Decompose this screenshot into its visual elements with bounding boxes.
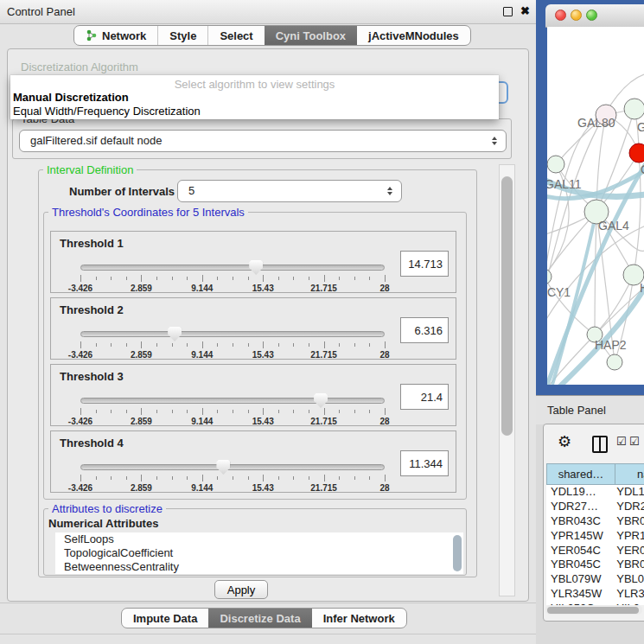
slider-track[interactable] [80,265,385,271]
checkbox-icon[interactable]: ☑ [629,435,640,448]
attribute-list-item[interactable]: TopologicalCoefficient [55,546,463,560]
tick-label: 28 [379,350,389,360]
tab-discretize-data[interactable]: Discretize Data [208,609,311,628]
cell-name[interactable]: YER0 [613,544,644,558]
table-row[interactable]: YDL19…YDL1 [546,485,644,500]
group-title-interval-definition: Interval Definition [43,163,137,176]
scrollbar-thumb[interactable] [501,176,513,436]
tab-label: Cyni Toolbox [276,29,346,42]
table-horizontal-scrollbar[interactable] [545,605,642,615]
network-node-label: GA [637,120,644,134]
tick-label: 9.144 [191,483,213,493]
slider-track[interactable] [80,331,385,337]
threshold-box: Threshold 3 -3.4262.8599.14415.4321.7152… [50,364,456,426]
tab-cyni-toolbox[interactable]: Cyni Toolbox [265,26,357,45]
cell-name[interactable]: YDL1 [613,485,644,500]
gear-icon[interactable]: ⚙ [558,432,571,451]
slider-thumb[interactable] [168,327,182,341]
table-panel-title: Table Panel [547,404,606,417]
cell-name[interactable]: YLR3 [613,587,644,602]
table-row[interactable]: YDR27…YDR2 [546,500,644,514]
slider-track[interactable] [80,464,385,470]
network-canvas[interactable]: GAL80GACGAL11GAL4GCY1HHAP2 [547,27,644,385]
table-data-combobox[interactable]: galFiltered.sif default node [19,130,507,152]
cell-shared-name[interactable]: YDL19… [546,485,613,500]
close-icon[interactable]: ✖ [520,4,530,17]
tab-select[interactable]: Select [207,26,264,45]
slider-thumb[interactable] [249,260,263,275]
network-node[interactable] [624,99,644,119]
network-node-label: C [641,163,644,176]
columns-icon[interactable] [592,436,608,453]
threshold-value-field[interactable]: 11.344 [400,450,449,476]
checkbox-icon[interactable]: ☑ [616,435,627,448]
tab-label: jActiveMNodules [368,29,459,42]
threshold-slider[interactable]: -3.4262.8599.14415.4321.71528 [80,260,385,291]
close-traffic-light-icon[interactable] [555,10,566,21]
numerical-attributes-list[interactable]: SelfLoopsTopologicalCoefficientBetweenne… [55,532,463,574]
cell-shared-name[interactable]: YBL079W [546,572,613,587]
slider-track[interactable] [80,398,385,404]
cyni-bottom-tabs: Impute Data Discretize Data Infer Networ… [121,608,407,628]
tick-label: 2.859 [131,350,152,360]
algorithm-popup-hint: Select algorithm to view settings [10,78,499,91]
num-intervals-combobox[interactable]: 5 [177,180,402,202]
threshold-value-field[interactable]: 14.713 [400,251,449,277]
network-edge[interactable] [595,212,596,335]
minimize-traffic-light-icon[interactable] [571,10,582,21]
algorithm-option-manual[interactable]: Manual Discretization [13,91,129,104]
threshold-slider[interactable]: -3.4262.8599.14415.4321.71528 [80,327,385,358]
tab-impute-data[interactable]: Impute Data [122,609,208,628]
panel-vertical-scrollbar[interactable] [499,164,515,596]
network-node[interactable] [607,354,622,370]
tab-style[interactable]: Style [157,26,207,45]
column-header-name[interactable]: na [615,463,644,485]
cell-name[interactable]: YBL0 [613,572,644,587]
cell-shared-name[interactable]: YER054C [546,544,613,558]
network-node[interactable] [547,269,552,284]
threshold-label: Threshold 4 [60,437,124,450]
tab-infer-network[interactable]: Infer Network [312,609,406,628]
column-header-shared-name[interactable]: shared… [546,463,615,485]
cell-name[interactable]: YBR0 [613,514,644,529]
combo-spinner-icon [387,187,392,195]
tab-jactivemnodules[interactable]: jActiveMNodules [357,26,470,45]
tab-network[interactable]: Network [74,26,157,45]
cell-shared-name[interactable]: YPR145W [546,529,613,544]
table-rows[interactable]: YDL19…YDL1YDR27…YDR2YBR043CYBR0YPR145WYP… [546,485,644,605]
slider-thumb[interactable] [216,460,230,475]
tick-label: 15.43 [252,284,274,293]
network-node[interactable] [629,143,644,163]
attribute-list-item[interactable]: BetweennessCentrality [55,560,463,574]
table-row[interactable]: YBR043CYBR0 [546,514,644,529]
cell-name[interactable]: YDR2 [613,500,644,514]
table-row[interactable]: YBR045CYBR0 [546,558,644,572]
network-node[interactable] [547,156,564,173]
tick-label: 28 [379,284,389,293]
table-row[interactable]: YBL079WYBL0 [546,572,644,587]
cell-shared-name[interactable]: YBR043C [546,514,613,529]
attribute-list-item[interactable]: SelfLoops [55,532,463,546]
attributes-list-scrollbar[interactable] [453,535,462,571]
float-window-icon[interactable] [503,7,513,16]
threshold-slider[interactable]: -3.4262.8599.14415.4321.71528 [80,460,385,491]
cell-shared-name[interactable]: YBR045C [546,558,613,572]
threshold-value-field[interactable]: 21.4 [400,384,449,410]
cell-name[interactable]: YBR0 [613,558,644,572]
table-row[interactable]: YER054CYER0 [546,544,644,558]
threshold-value-field[interactable]: 6.316 [400,317,449,343]
threshold-slider[interactable]: -3.4262.8599.14415.4321.71528 [80,393,385,424]
slider-ticks [80,408,385,416]
zoom-traffic-light-icon[interactable] [586,10,597,21]
cell-shared-name[interactable]: YLR345W [546,587,613,602]
tab-label: Network [102,29,146,42]
cell-shared-name[interactable]: YDR27… [546,500,613,514]
table-row[interactable]: YPR145WYPR1 [546,529,644,544]
table-row[interactable]: YLR345WYLR3 [546,587,644,602]
apply-button[interactable]: Apply [214,580,268,599]
algorithm-option-equal-width[interactable]: Equal Width/Frequency Discretization [13,105,201,118]
scrollbar-thumb[interactable] [547,607,639,614]
slider-thumb[interactable] [314,393,328,408]
network-node-label: H [640,281,644,295]
cell-name[interactable]: YPR1 [613,529,644,544]
